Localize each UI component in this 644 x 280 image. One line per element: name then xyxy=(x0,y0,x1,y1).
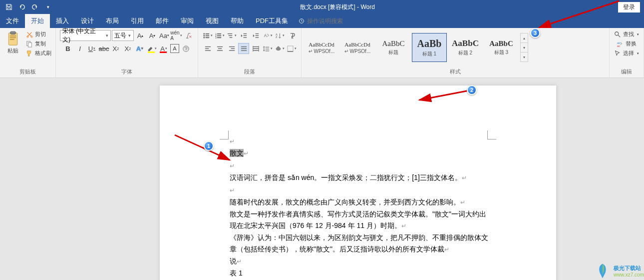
document-area: ↵ 散文↵ ↵ 汉语词汇，拼音是 sǎn wén。一指文采焕发；二指犹行文；[1… xyxy=(0,78,644,280)
character-border-icon[interactable]: A xyxy=(170,44,179,53)
borders-icon[interactable] xyxy=(286,43,297,54)
justify-icon[interactable] xyxy=(238,43,249,54)
doc-p1: 汉语词汇，拼音是 sǎn wén。一指文采焕发；二指犹行文；[1]三指文体名。 xyxy=(230,174,462,182)
multilevel-list-icon[interactable] xyxy=(226,30,237,41)
document-content[interactable]: ↵ 散文↵ ↵ 汉语词汇，拼音是 sǎn wén。一指文采焕发；二指犹行文；[1… xyxy=(230,136,491,279)
svg-text:Z: Z xyxy=(276,36,278,38)
text-effects-icon[interactable]: A xyxy=(134,43,145,54)
svg-rect-51 xyxy=(266,46,270,47)
style-name-label: 标题 3 xyxy=(484,49,518,56)
tab-mailings[interactable]: 邮件 xyxy=(150,14,175,28)
tab-pdf[interactable]: PDF工具集 xyxy=(250,14,294,28)
line-spacing-icon[interactable] xyxy=(262,43,273,54)
bullets-icon[interactable] xyxy=(202,30,213,41)
tab-help[interactable]: 帮助 xyxy=(225,14,250,28)
font-size-combo[interactable]: 五号▾ xyxy=(112,30,134,41)
superscript-icon[interactable]: X2 xyxy=(122,43,133,54)
highlight-icon[interactable] xyxy=(146,43,157,54)
enclosed-char-icon[interactable]: 字 xyxy=(180,43,191,54)
grow-font-icon[interactable]: A▴ xyxy=(135,30,146,41)
tab-view[interactable]: 视图 xyxy=(200,14,225,28)
svg-rect-44 xyxy=(229,50,234,50)
svg-rect-39 xyxy=(217,46,222,46)
gallery-up-icon[interactable]: ▴ xyxy=(521,34,528,43)
group-label-editing: 编辑 xyxy=(610,67,644,78)
style-item-0[interactable]: AaBbCcDd↵ WPSOf... xyxy=(304,33,339,62)
svg-rect-9 xyxy=(28,42,31,47)
font-color-icon[interactable]: A xyxy=(158,43,169,54)
align-right-icon[interactable] xyxy=(226,43,237,54)
undo-icon[interactable] xyxy=(16,1,28,13)
svg-rect-31 xyxy=(255,35,259,36)
document-page[interactable]: ↵ 散文↵ ↵ 汉语词汇，拼音是 sǎn wén。一指文采焕发；二指犹行文；[1… xyxy=(160,86,556,280)
annotation-1: 1 xyxy=(204,141,214,151)
style-preview: AaBbCcDd xyxy=(344,42,370,48)
style-preview: AaBbC xyxy=(489,40,513,48)
align-left-icon[interactable] xyxy=(202,43,213,54)
svg-rect-28 xyxy=(243,35,247,36)
align-center-icon[interactable] xyxy=(214,43,225,54)
tab-layout[interactable]: 布局 xyxy=(100,14,125,28)
style-item-3[interactable]: AaBb标题 1 xyxy=(412,33,447,62)
svg-rect-53 xyxy=(266,50,270,51)
svg-rect-24 xyxy=(228,33,232,34)
svg-rect-27 xyxy=(243,33,247,34)
decrease-indent-icon[interactable] xyxy=(238,30,249,41)
paste-button[interactable]: 粘贴 xyxy=(3,30,23,56)
svg-rect-17 xyxy=(206,37,210,38)
style-item-4[interactable]: AaBbC标题 2 xyxy=(448,33,483,62)
svg-point-16 xyxy=(203,36,205,38)
phonetic-guide-icon[interactable]: wénA xyxy=(171,30,182,41)
style-preview: AaBb xyxy=(417,38,442,50)
qat-customize-icon[interactable]: ▾ xyxy=(42,1,54,13)
underline-icon[interactable]: U xyxy=(86,43,97,54)
increase-indent-icon[interactable] xyxy=(250,30,261,41)
gallery-more-icon[interactable]: ▾ xyxy=(521,52,528,62)
find-button[interactable]: 查找▾ xyxy=(614,30,640,38)
copy-button[interactable]: 复制 xyxy=(25,40,52,48)
selected-title[interactable]: 散文 xyxy=(230,149,244,157)
change-case-icon[interactable]: Aa▾ xyxy=(159,30,170,41)
numbering-icon[interactable]: 123 xyxy=(214,30,225,41)
save-icon[interactable] xyxy=(3,1,15,13)
svg-rect-2 xyxy=(10,32,16,34)
group-label-paragraph: 段落 xyxy=(198,67,301,78)
style-item-5[interactable]: AaBbC标题 3 xyxy=(484,33,519,62)
select-button[interactable]: 选择▾ xyxy=(614,49,640,58)
window-title: 散文.docx [兼容模式] - Word xyxy=(57,3,618,12)
tab-home[interactable]: 开始 xyxy=(25,14,50,28)
tell-me-input[interactable] xyxy=(307,18,382,24)
tab-file[interactable]: 文件 xyxy=(0,14,25,28)
format-painter-button[interactable]: 格式刷 xyxy=(25,49,52,58)
distributed-icon[interactable] xyxy=(250,43,261,54)
shrink-font-icon[interactable]: A▾ xyxy=(147,30,158,41)
strikethrough-icon[interactable]: abc xyxy=(98,43,109,54)
svg-rect-50 xyxy=(253,50,258,50)
italic-icon[interactable]: I xyxy=(74,43,85,54)
subscript-icon[interactable]: X2 xyxy=(110,43,121,54)
style-item-1[interactable]: AaBbCcDd↵ WPSOf... xyxy=(340,33,375,62)
shading-icon[interactable] xyxy=(274,43,285,54)
gallery-down-icon[interactable]: ▾ xyxy=(521,43,528,52)
tab-review[interactable]: 审阅 xyxy=(175,14,200,28)
bold-icon[interactable]: B xyxy=(62,43,73,54)
svg-rect-13 xyxy=(206,33,210,34)
clear-formatting-icon[interactable] xyxy=(183,30,194,41)
tab-references[interactable]: 引用 xyxy=(125,14,150,28)
redo-icon[interactable] xyxy=(29,1,41,13)
cut-button[interactable]: 剪切 xyxy=(25,30,52,38)
sort-icon[interactable]: AZ xyxy=(274,30,285,41)
tab-design[interactable]: 设计 xyxy=(75,14,100,28)
style-item-2[interactable]: AaBbC标题 xyxy=(376,33,411,62)
tab-insert[interactable]: 插入 xyxy=(50,14,75,28)
svg-rect-36 xyxy=(205,46,210,46)
show-marks-icon[interactable] xyxy=(286,30,297,41)
replace-button[interactable]: abac替换 xyxy=(616,40,637,48)
login-button[interactable]: 登录 xyxy=(618,2,640,12)
font-name-combo[interactable]: 宋体 (中文正文)▾ xyxy=(60,30,111,41)
group-label-styles: 样式 xyxy=(302,67,609,78)
tell-me[interactable] xyxy=(294,14,386,28)
asian-layout-icon[interactable]: A xyxy=(262,30,273,41)
svg-text:ac: ac xyxy=(617,44,620,48)
styles-gallery-scroll[interactable]: ▴▾▾ xyxy=(520,33,528,62)
